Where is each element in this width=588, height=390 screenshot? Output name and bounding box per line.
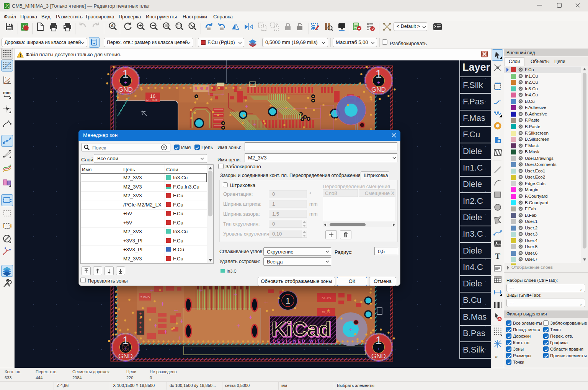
svg-text:1: 1: [286, 296, 290, 306]
svg-text:1: 1: [122, 67, 129, 80]
svg-text:M2_3V3: M2_3V3: [322, 296, 331, 299]
svg-text:A: A: [111, 24, 113, 28]
svg-text:GND: GND: [118, 353, 133, 360]
svg-text:+: +: [349, 327, 352, 332]
svg-text:+: +: [377, 80, 380, 85]
svg-text:T: T: [495, 252, 500, 260]
svg-text:Net-(J1-MP1): Net-(J1-MP1): [146, 99, 160, 102]
svg-text:+: +: [124, 346, 127, 352]
svg-text:GND: GND: [371, 353, 386, 360]
svg-text:GND: GND: [371, 86, 386, 93]
svg-text:M2_LX: M2_LX: [322, 311, 330, 314]
svg-text:16: 16: [150, 93, 155, 99]
svg-text:GND: GND: [118, 86, 133, 93]
svg-text:1: 1: [376, 334, 382, 346]
svg-text:1: 1: [122, 334, 129, 346]
svg-text:KiCad: KiCad: [271, 317, 331, 340]
svg-text:mm: mm: [3, 90, 11, 95]
svg-text:+: +: [124, 80, 127, 85]
svg-text:r: r: [5, 76, 7, 79]
svg-text:»: »: [495, 354, 498, 359]
svg-text:1: 1: [376, 67, 382, 80]
svg-text:DESIGNED WITH: DESIGNED WITH: [273, 339, 326, 343]
svg-text:θ: θ: [8, 80, 10, 83]
svg-text:+: +: [377, 346, 380, 352]
